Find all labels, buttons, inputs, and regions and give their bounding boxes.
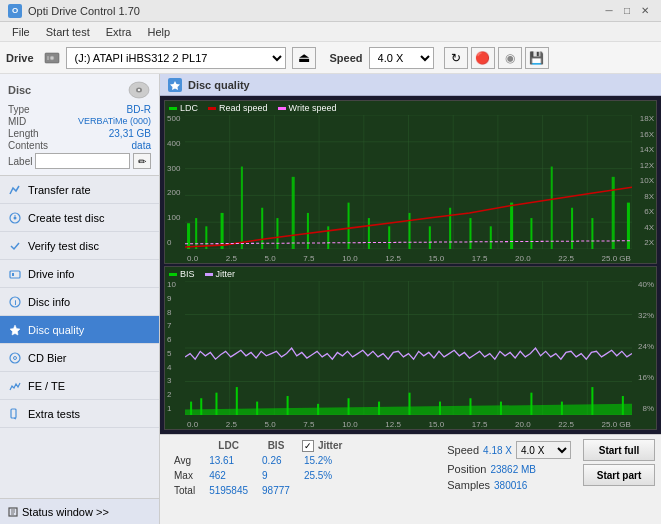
minimize-button[interactable]: ─	[601, 3, 617, 19]
svg-rect-90	[409, 393, 411, 415]
svg-rect-89	[378, 402, 380, 415]
bottom-chart-svg	[185, 281, 632, 415]
disc-quality-icon	[8, 323, 22, 337]
svg-rect-92	[469, 398, 471, 415]
y2-left-7: 7	[167, 322, 176, 330]
speed-label-stat: Speed	[447, 444, 479, 456]
svg-point-1	[50, 56, 54, 60]
svg-rect-96	[591, 387, 593, 415]
sidebar-item-disc-quality[interactable]: Disc quality	[0, 316, 159, 344]
sidebar-item-transfer-rate[interactable]: Transfer rate	[0, 176, 159, 204]
app-title: Opti Drive Control 1.70	[28, 5, 140, 17]
col-header-bis: BIS	[256, 439, 296, 452]
svg-rect-95	[561, 402, 563, 415]
svg-rect-60	[551, 167, 553, 249]
svg-rect-82	[200, 398, 202, 415]
save-button[interactable]: 💾	[525, 47, 549, 69]
top-chart-svg	[185, 115, 632, 249]
speed-stat-select[interactable]: 4.0 X	[516, 441, 571, 459]
jitter-legend-color	[205, 273, 213, 276]
svg-rect-53	[409, 213, 411, 249]
y-right-10x: 10X	[640, 177, 654, 185]
svg-rect-44	[241, 167, 243, 249]
svg-rect-88	[348, 398, 350, 415]
legend-bis: BIS	[169, 269, 195, 279]
eject-button[interactable]: ⏏	[292, 47, 316, 69]
menubar: File Start test Extra Help	[0, 22, 661, 42]
legend-read-speed: Read speed	[208, 103, 268, 113]
samples-label: Samples	[447, 479, 490, 491]
speed-row: Speed 4.18 X 4.0 X	[447, 441, 571, 459]
sidebar-item-cd-bier[interactable]: CD Bier	[0, 344, 159, 372]
maximize-button[interactable]: □	[619, 3, 635, 19]
legend-write-speed: Write speed	[278, 103, 337, 113]
menu-help[interactable]: Help	[139, 24, 178, 40]
sidebar-item-create-test-disc[interactable]: Create test disc	[0, 204, 159, 232]
start-part-button[interactable]: Start part	[583, 464, 655, 486]
top-chart: LDC Read speed Write speed 500 400 300	[164, 100, 657, 264]
y2-left-2: 2	[167, 391, 176, 399]
length-key: Length	[8, 128, 39, 139]
drive-select[interactable]: (J:) ATAPI iHBS312 2 PL17	[66, 47, 286, 69]
status-window-icon	[8, 507, 18, 517]
svg-rect-85	[256, 402, 258, 415]
legend-ldc: LDC	[169, 103, 198, 113]
svg-rect-47	[292, 177, 295, 249]
y-left-300: 300	[167, 165, 180, 173]
svg-rect-87	[317, 404, 319, 415]
top-chart-legend: LDC Read speed Write speed	[169, 103, 336, 113]
speed-select[interactable]: 4.0 X 1.0 X 2.0 X 6.0 X 8.0 X	[369, 47, 434, 69]
y-right-12x: 12X	[640, 162, 654, 170]
sidebar-item-disc-info[interactable]: i Disc info	[0, 288, 159, 316]
y-right-4x: 4X	[640, 224, 654, 232]
disc-label-input[interactable]	[35, 153, 130, 169]
sidebar-item-extra-tests[interactable]: Extra tests	[0, 400, 159, 428]
menu-extra[interactable]: Extra	[98, 24, 140, 40]
action-button-2[interactable]: ◉	[498, 47, 522, 69]
samples-val: 380016	[494, 480, 527, 491]
disc-label-edit-button[interactable]: ✏	[133, 153, 151, 169]
chart-header-icon	[168, 78, 182, 92]
menu-file[interactable]: File	[4, 24, 38, 40]
type-val: BD-R	[127, 104, 151, 115]
create-test-disc-label: Create test disc	[28, 212, 104, 224]
svg-rect-86	[287, 396, 289, 415]
window-controls: ─ □ ✕	[601, 3, 653, 19]
action-buttons: Start full Start part	[583, 437, 655, 486]
svg-rect-57	[490, 226, 492, 249]
svg-rect-61	[571, 208, 573, 249]
svg-rect-81	[190, 402, 192, 415]
y-left-400: 400	[167, 140, 180, 148]
y2-left-3: 3	[167, 377, 176, 385]
sidebar-item-drive-info[interactable]: Drive info	[0, 260, 159, 288]
svg-rect-97	[622, 396, 624, 415]
sidebar-item-fe-te[interactable]: FE / TE	[0, 372, 159, 400]
avg-label: Avg	[168, 454, 201, 467]
chart-area: Disc quality LDC Read speed Wri	[160, 74, 661, 524]
drive-info-icon	[8, 267, 22, 281]
jitter-checkbox[interactable]: ✓	[302, 440, 314, 452]
bottom-chart-y-right: 40% 32% 24% 16% 8%	[638, 281, 654, 413]
cd-bier-icon	[8, 351, 22, 365]
svg-rect-16	[11, 409, 16, 418]
svg-rect-64	[627, 203, 630, 249]
disc-quality-label: Disc quality	[28, 324, 84, 336]
avg-jitter: 15.2%	[298, 454, 346, 467]
start-full-button[interactable]: Start full	[583, 439, 655, 461]
action-button-1[interactable]: 🔴	[471, 47, 495, 69]
refresh-button[interactable]: ↻	[444, 47, 468, 69]
max-label: Max	[168, 469, 201, 482]
chart-header: Disc quality	[160, 74, 661, 96]
y-left-200: 200	[167, 189, 180, 197]
bottom-chart-x-axis: 0.0 2.5 5.0 7.5 10.0 12.5 15.0 17.5 20.0…	[187, 420, 631, 429]
sidebar-item-verify-test-disc[interactable]: Verify test disc	[0, 232, 159, 260]
svg-point-5	[138, 89, 140, 91]
extra-tests-label: Extra tests	[28, 408, 80, 420]
stats-bar: LDC BIS ✓ Jitter Avg 13.61 0.26	[160, 434, 661, 524]
status-window-button[interactable]: Status window >>	[0, 498, 159, 524]
close-button[interactable]: ✕	[637, 3, 653, 19]
top-chart-y-right: 18X 16X 14X 12X 10X 8X 6X 4X 2X	[640, 115, 654, 247]
menu-start-test[interactable]: Start test	[38, 24, 98, 40]
y-left-100: 100	[167, 214, 180, 222]
svg-rect-50	[348, 203, 350, 249]
